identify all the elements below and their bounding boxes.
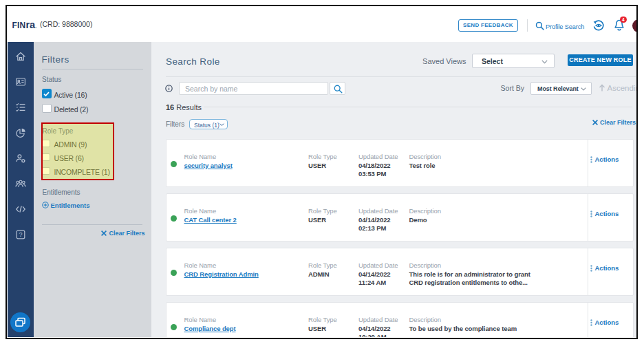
svg-text:?: ? (19, 231, 22, 238)
